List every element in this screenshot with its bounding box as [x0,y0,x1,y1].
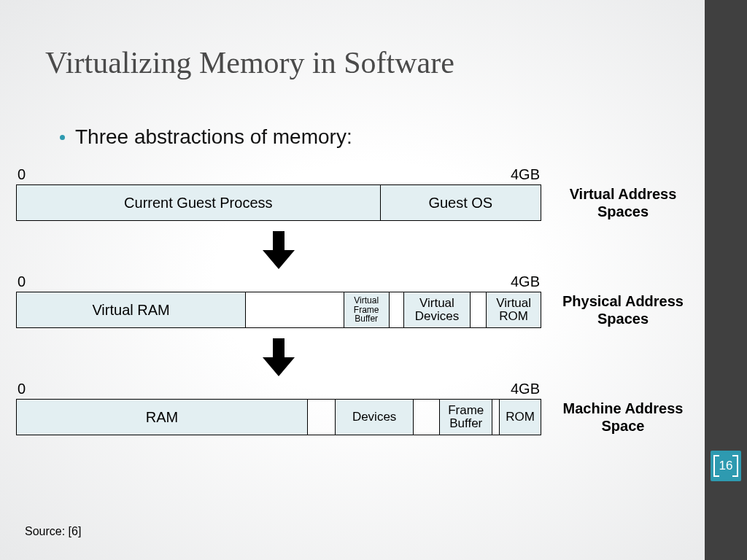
down-arrow-icon [263,338,295,376]
seg-virtual-devices: Virtual Devices [404,292,471,327]
scale-end: 4GB [511,381,540,397]
page-number-badge: 16 [711,451,741,481]
scale-start: 0 [18,273,26,290]
layer-machine: 0 4GB RAM Devices Frame Buffer ROM Machi… [16,381,693,435]
layer-virtual: 0 4GB Current Guest Process Guest OS Vir… [16,166,693,221]
seg-guest-os: Guest OS [381,185,541,220]
bullet-text: Three abstractions of memory: [75,125,352,149]
seg-frame-buffer: Frame Buffer [440,400,492,435]
seg-current-guest-process: Current Guest Process [17,185,381,220]
seg-virtual-frame-buffer: Virtual Frame Buffer [344,292,390,327]
bullet-dot-icon [60,135,65,140]
bar-virtual: Current Guest Process Guest OS [16,184,541,221]
label-virtual: Virtual Address Spaces [557,185,689,220]
page-number: 16 [719,459,733,473]
label-physical: Physical Address Spaces [557,292,689,327]
source-citation: Source: [6] [25,525,81,538]
seg-gap-3 [471,292,487,327]
seg-devices: Devices [336,400,414,435]
arrow-virtual-to-physical [16,227,541,273]
memory-diagram: 0 4GB Current Guest Process Guest OS Vir… [16,166,693,441]
scale-start: 0 [18,166,26,183]
arrow-physical-to-machine [16,334,541,381]
seg-virtual-ram: Virtual RAM [17,292,246,327]
slide-title: Virtualizing Memory in Software [45,45,454,80]
scale-machine: 0 4GB [16,381,541,399]
scale-physical: 0 4GB [16,273,541,292]
scale-end: 4GB [511,166,540,183]
layer-physical: 0 4GB Virtual RAM Virtual Frame Buffer V… [16,273,693,328]
seg-gap-2 [390,292,404,327]
seg-gap-5 [414,400,440,435]
scale-end: 4GB [511,273,540,290]
seg-gap-4 [308,400,336,435]
bar-physical: Virtual RAM Virtual Frame Buffer Virtual… [16,292,541,328]
seg-virtual-rom: Virtual ROM [487,292,541,327]
scale-virtual: 0 4GB [16,166,541,184]
bar-machine: RAM Devices Frame Buffer ROM [16,399,541,435]
label-machine: Machine Address Space [557,400,689,435]
slide: 16 Virtualizing Memory in Software Three… [0,0,747,560]
down-arrow-icon [263,231,295,269]
seg-gap-1 [246,292,344,327]
seg-ram: RAM [17,400,308,435]
seg-rom: ROM [500,400,541,435]
seg-gap-6 [492,400,500,435]
bullet-row: Three abstractions of memory: [60,125,352,149]
scale-start: 0 [18,381,26,397]
